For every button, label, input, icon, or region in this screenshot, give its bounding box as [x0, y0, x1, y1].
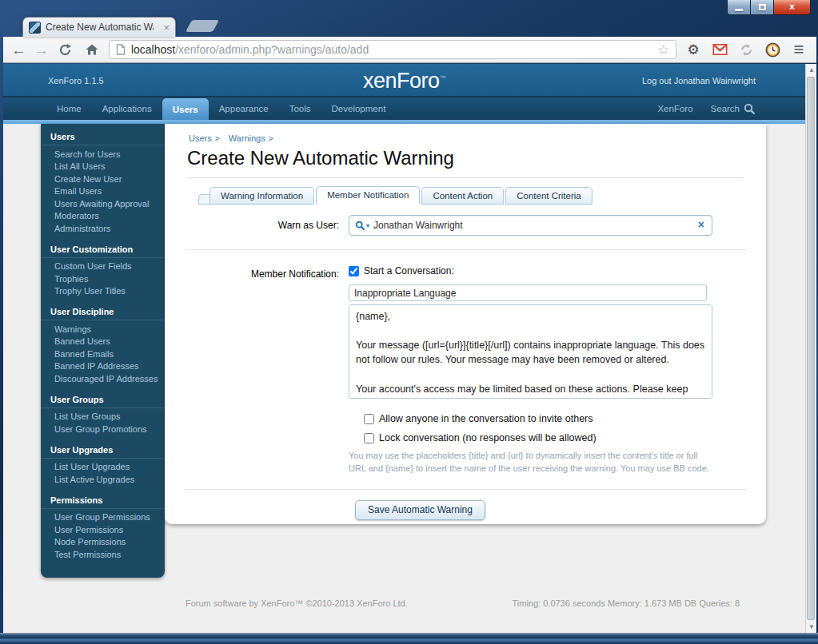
tabstrip-left-cap [198, 194, 209, 205]
sidebar-item-trophy-user-titles[interactable]: Trophy User Titles [41, 285, 165, 298]
url-path: /xenforo/admin.php?warnings/auto/add [175, 43, 369, 56]
search-caret-icon[interactable]: ▾ [366, 222, 369, 229]
gmail-extension-button[interactable] [710, 44, 729, 55]
bookmark-star-icon[interactable]: ☆ [657, 43, 669, 57]
sidebar-item-list-user-upgrades[interactable]: List User Upgrades [41, 461, 165, 474]
sidebar-item-search-for-users[interactable]: Search for Users [41, 148, 165, 161]
sidebar-item-create-new-user[interactable]: Create New User [41, 173, 165, 185]
start-conversation-option[interactable]: Start a Conversation: [349, 264, 724, 278]
maximize-icon [759, 4, 766, 10]
sidebar-item-list-active-upgrades[interactable]: List Active Upgrades [41, 473, 165, 486]
sidebar-section-title: User Upgrades [41, 443, 165, 459]
lock-conversation-checkbox[interactable] [364, 433, 374, 443]
sidebar-item-banned-emails[interactable]: Banned Emails [41, 348, 165, 360]
tab-content-action[interactable]: Content Action [421, 187, 504, 205]
breadcrumb-separator: > [215, 134, 220, 143]
new-tab-button[interactable] [186, 20, 219, 32]
sidebar-item-trophies[interactable]: Trophies [41, 272, 165, 285]
url-text[interactable]: localhost/xenforo/admin.php?warnings/aut… [131, 43, 369, 56]
reload-button[interactable] [56, 43, 75, 57]
nav-item-users[interactable]: Users [162, 98, 209, 120]
scrollbar-thumb[interactable] [807, 77, 815, 620]
member-notification-row: Member Notification: Start a Conversatio… [165, 264, 766, 475]
conversation-message-textarea[interactable]: {name}, Your message ([url={url}]{title}… [349, 304, 712, 399]
warn-as-user-input[interactable]: ▾ Jonathan Wainwright × [349, 215, 712, 236]
scroll-down-icon[interactable]: ▼ [806, 621, 817, 633]
sidebar-item-warnings[interactable]: Warnings [41, 323, 165, 336]
sidebar-item-email-users[interactable]: Email Users [41, 185, 165, 198]
vertical-scrollbar[interactable]: ▲ ▼ [805, 64, 816, 633]
sidebar-item-user-group-promotions[interactable]: User Group Promotions [41, 423, 165, 435]
sidebar-item-discouraged-ip-addresses[interactable]: Discouraged IP Addresses [41, 372, 165, 385]
breadcrumb-users[interactable]: Users [189, 133, 212, 143]
sidebar-item-test-permissions[interactable]: Test Permissions [41, 548, 165, 561]
window-controls: × [727, 0, 811, 15]
sidebar-item-banned-ip-addresses[interactable]: Banned IP Addresses [41, 360, 165, 373]
nav-item-development[interactable]: Development [321, 97, 397, 120]
tab-content-criteria[interactable]: Content Criteria [505, 187, 593, 205]
nav-item-home[interactable]: Home [46, 97, 92, 120]
browser-menu-button[interactable]: ≡ [789, 41, 808, 58]
close-button[interactable]: × [774, 0, 811, 15]
sidebar-section-title: User Customization [41, 242, 165, 258]
home-button[interactable] [82, 43, 102, 56]
breadcrumb-warnings[interactable]: Warnings [229, 133, 265, 143]
settings-extension-button[interactable]: ⚙ [684, 43, 703, 57]
minimize-button[interactable] [727, 0, 751, 15]
warn-as-user-value[interactable]: Jonathan Wainwright [373, 220, 463, 231]
browser-toolbar: ← → localhost/xenforo/admin.php?warnings… [3, 37, 816, 63]
tab-title: Create New Automatic Warning [46, 22, 154, 33]
tab-warning-information[interactable]: Warning Information [209, 187, 314, 205]
allow-invite-option[interactable]: Allow anyone in the conversation to invi… [364, 411, 724, 426]
browser-window: × Create New Automatic Warning × ← → loc… [0, 0, 818, 644]
tab-member-notification[interactable]: Member Notification [316, 186, 420, 205]
sync-extension-button[interactable] [736, 43, 756, 57]
browser-tab[interactable]: Create New Automatic Warning × [22, 17, 176, 37]
address-bar[interactable]: localhost/xenforo/admin.php?warnings/aut… [109, 40, 676, 59]
sidebar-section-user-upgrades: User Upgrades List User Upgrades List Ac… [41, 443, 165, 486]
sidebar-item-user-group-permissions[interactable]: User Group Permissions [41, 511, 165, 524]
nav-item-search[interactable]: Search [711, 97, 740, 120]
maximize-button[interactable] [751, 0, 774, 15]
sidebar-item-list-user-groups[interactable]: List User Groups [41, 411, 165, 423]
sidebar-section-user-customization: User Customization Custom User Fields Tr… [41, 242, 165, 298]
gmail-icon [712, 44, 728, 55]
sidebar-item-users-awaiting-approval[interactable]: Users Awaiting Approval [41, 197, 165, 210]
sidebar-item-list-all-users[interactable]: List All Users [41, 161, 165, 173]
footer-copyright: Forum software by XenForo™ ©2010-2013 Xe… [186, 598, 408, 608]
sidebar-item-user-permissions[interactable]: User Permissions [41, 523, 165, 536]
allow-invite-checkbox[interactable] [364, 414, 374, 424]
conversation-title-input[interactable] [349, 284, 707, 301]
nav-item-tools[interactable]: Tools [279, 97, 321, 120]
save-automatic-warning-button[interactable]: Save Automatic Warning [355, 500, 485, 520]
logout-link[interactable]: Log out Jonathan Wainwright [642, 76, 756, 85]
close-icon: × [789, 2, 795, 13]
forward-button[interactable]: → [34, 42, 49, 58]
nav-item-xenforo[interactable]: XenForo [657, 97, 692, 120]
sidebar-item-custom-user-fields[interactable]: Custom User Fields [41, 260, 165, 273]
back-button[interactable]: ← [11, 42, 26, 58]
sidebar-section-title: User Groups [41, 392, 165, 408]
nav-item-applications[interactable]: Applications [92, 97, 162, 120]
member-notification-label: Member Notification: [165, 264, 349, 475]
scroll-up-icon[interactable]: ▲ [806, 64, 817, 76]
sidebar-item-banned-users[interactable]: Banned Users [41, 336, 165, 348]
clock-extension-button[interactable] [763, 42, 782, 58]
nav-item-appearance[interactable]: Appearance [209, 97, 279, 120]
url-host: localhost [131, 43, 175, 56]
breadcrumb-separator: > [269, 134, 273, 143]
page-viewport: XenForo 1.1.5 xenForo™ Log out Jonathan … [3, 64, 805, 633]
search-icon [744, 103, 756, 115]
start-conversation-checkbox[interactable] [349, 266, 359, 276]
sidebar-item-node-permissions[interactable]: Node Permissions [41, 536, 165, 549]
start-conversation-label: Start a Conversation: [364, 264, 454, 278]
tab-close-icon[interactable]: × [163, 22, 170, 33]
allow-invite-label: Allow anyone in the conversation to invi… [379, 411, 593, 426]
lock-conversation-option[interactable]: Lock conversation (no responses will be … [364, 431, 724, 445]
clear-user-icon[interactable]: × [698, 219, 704, 230]
nav-search[interactable]: Search [711, 97, 756, 120]
sidebar-section-title: Users [41, 129, 165, 145]
breadcrumb: Users> Warnings> [165, 124, 766, 143]
sidebar-item-moderators[interactable]: Moderators [41, 210, 165, 223]
sidebar-item-administrators[interactable]: Administrators [41, 222, 165, 235]
